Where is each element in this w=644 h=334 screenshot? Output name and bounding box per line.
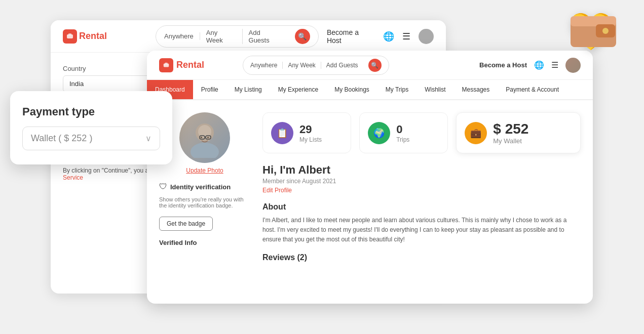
front-logo-icon bbox=[159, 58, 173, 72]
svg-rect-5 bbox=[68, 33, 71, 35]
identity-desc: Show others you're really you with the i… bbox=[159, 196, 250, 208]
about-title: About bbox=[262, 202, 581, 212]
back-search-anyweek: Any Week bbox=[206, 29, 243, 44]
svg-rect-7 bbox=[165, 62, 167, 64]
front-search-anyweek: Any Week bbox=[288, 62, 321, 69]
back-globe-icon[interactable]: 🌐 bbox=[383, 31, 394, 42]
wallet-label: My Wallet bbox=[493, 137, 528, 145]
stats-row: 📋 29 My Lists 🌍 0 Trips 💼 bbox=[262, 112, 581, 153]
back-search-guests: Add Guests bbox=[249, 29, 289, 44]
tab-wishlist[interactable]: Wishlist bbox=[416, 80, 453, 99]
reviews-title: Reviews (2) bbox=[262, 253, 581, 262]
front-navbar: Rental Anywhere Any Week Add Guests 🔍 Be… bbox=[147, 51, 593, 80]
edit-profile-link[interactable]: Edit Profile bbox=[262, 187, 292, 194]
tab-my-experience[interactable]: My Experience bbox=[270, 80, 326, 99]
payment-dropdown-value: Wallet ( $ 252 ) bbox=[31, 133, 92, 144]
stat-trips-number: 0 bbox=[396, 123, 409, 136]
identity-title: Identity verification bbox=[170, 183, 231, 191]
payment-type-card: Payment type Wallet ( $ 252 ) ∨ bbox=[10, 91, 172, 164]
front-search-button[interactable]: 🔍 bbox=[368, 59, 382, 72]
tab-my-trips[interactable]: My Trips bbox=[377, 80, 416, 99]
back-become-host[interactable]: Become a Host bbox=[327, 28, 375, 45]
back-search-bar[interactable]: Anywhere Any Week Add Guests 🔍 bbox=[156, 25, 319, 48]
back-navbar: Rental Anywhere Any Week Add Guests 🔍 Be… bbox=[51, 20, 446, 53]
trips-icon: 🌍 bbox=[368, 122, 390, 144]
stat-trips-info: 0 Trips bbox=[396, 123, 409, 143]
payment-type-title: Payment type bbox=[22, 105, 160, 118]
front-globe-icon[interactable]: 🌐 bbox=[534, 60, 544, 70]
back-search-anywhere: Anywhere bbox=[164, 32, 200, 40]
about-section: About I'm Albert, and I like to meet new… bbox=[262, 202, 581, 245]
stat-trips-label: Trips bbox=[396, 136, 409, 143]
wallet-info: $ 252 My Wallet bbox=[493, 121, 528, 145]
front-logo: Rental bbox=[159, 58, 204, 72]
svg-rect-12 bbox=[207, 137, 209, 138]
stat-card-wallet: 💼 $ 252 My Wallet bbox=[456, 112, 581, 153]
back-logo: Rental bbox=[63, 29, 107, 44]
back-search-button[interactable]: 🔍 bbox=[295, 29, 310, 44]
about-text: I'm Albert, and I like to meet new peopl… bbox=[262, 216, 581, 245]
front-content: Update Photo 🛡 Identity verification Sho… bbox=[147, 100, 593, 304]
profile-left-panel: Update Photo 🛡 Identity verification Sho… bbox=[159, 112, 250, 291]
front-avatar[interactable] bbox=[565, 58, 581, 73]
profile-right-panel: 📋 29 My Lists 🌍 0 Trips 💼 bbox=[262, 112, 581, 291]
wallet-stat-icon: 💼 bbox=[465, 122, 487, 144]
tab-my-bookings[interactable]: My Bookings bbox=[326, 80, 377, 99]
front-search-anywhere: Anywhere bbox=[250, 62, 283, 69]
chevron-down-icon: ∨ bbox=[145, 134, 151, 143]
identity-verification-section: 🛡 Identity verification Show others you'… bbox=[159, 182, 250, 231]
front-search-bar[interactable]: Anywhere Any Week Add Guests 🔍 bbox=[243, 56, 389, 75]
back-logo-icon bbox=[63, 29, 77, 44]
front-logo-text: Rental bbox=[176, 60, 204, 70]
front-nav-right: Become a Host 🌐 ☰ bbox=[479, 58, 581, 73]
get-badge-button[interactable]: Get the badge bbox=[159, 217, 213, 231]
shield-icon: 🛡 bbox=[159, 182, 167, 191]
svg-point-9 bbox=[191, 143, 219, 158]
back-logo-text: Rental bbox=[79, 31, 107, 41]
profile-name: Hi, I'm Albert bbox=[262, 163, 581, 177]
verified-info-label: Verified Info bbox=[159, 239, 250, 246]
svg-rect-11 bbox=[201, 137, 202, 138]
profile-member-since: Member since August 2021 bbox=[262, 178, 581, 185]
front-search-guests: Add Guests bbox=[326, 62, 363, 69]
lists-icon: 📋 bbox=[271, 122, 293, 144]
profile-avatar-image bbox=[179, 112, 230, 163]
tab-messages[interactable]: Messages bbox=[454, 80, 498, 99]
back-menu-icon[interactable]: ☰ bbox=[402, 31, 410, 42]
front-tabs: Dashboard Profile My Listing My Experien… bbox=[147, 80, 593, 100]
wallet-decoration: 💛 bbox=[568, 10, 614, 53]
back-avatar[interactable] bbox=[419, 29, 434, 44]
front-become-host[interactable]: Become a Host bbox=[479, 61, 527, 69]
stat-lists-label: My Lists bbox=[299, 136, 322, 143]
wallet-amount: $ 252 bbox=[493, 121, 528, 137]
tab-profile[interactable]: Profile bbox=[193, 80, 226, 99]
stat-lists-number: 29 bbox=[299, 123, 322, 136]
front-profile-card: Rental Anywhere Any Week Add Guests 🔍 Be… bbox=[147, 51, 593, 304]
back-nav-right: Become a Host 🌐 ☰ bbox=[327, 28, 434, 45]
front-menu-icon[interactable]: ☰ bbox=[551, 60, 558, 70]
stat-card-lists: 📋 29 My Lists bbox=[262, 112, 351, 153]
tab-my-listing[interactable]: My Listing bbox=[226, 80, 270, 99]
stat-lists-info: 29 My Lists bbox=[299, 123, 322, 143]
svg-point-3 bbox=[602, 28, 609, 34]
tab-payment-account[interactable]: Payment & Account bbox=[498, 80, 567, 99]
stat-card-trips: 🌍 0 Trips bbox=[359, 112, 448, 153]
update-photo-link[interactable]: Update Photo bbox=[159, 167, 250, 174]
payment-type-dropdown[interactable]: Wallet ( $ 252 ) ∨ bbox=[22, 127, 160, 150]
